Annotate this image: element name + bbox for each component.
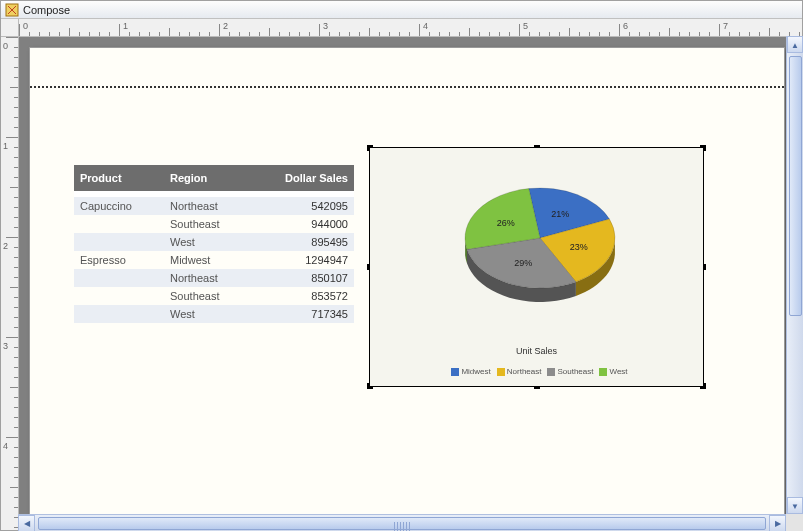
svg-text:26%: 26% [497,218,515,228]
scroll-thumb-vertical[interactable] [789,56,802,316]
ruler-h-label: 5 [523,21,528,31]
table-row[interactable]: Southeast853572 [74,287,354,305]
legend-label: Midwest [461,367,490,376]
cell-region: Northeast [164,268,254,288]
chart-selection[interactable]: 21%23%29%26% Unit Sales MidwestNortheast… [369,147,704,387]
legend-swatch [451,368,459,376]
table-row[interactable]: West717345 [74,305,354,323]
header-region: Region [164,168,254,188]
data-table: Product Region Dollar Sales CapuccinoNor… [74,165,354,323]
svg-text:23%: 23% [570,242,588,252]
pie-chart-svg: 21%23%29%26% [450,168,630,328]
cell-product: Capuccino [74,196,164,216]
chart-title: Unit Sales [370,346,703,356]
cell-product [74,274,164,282]
vertical-ruler[interactable]: 01234 [1,37,19,530]
scroll-right-button[interactable]: ▶ [769,515,786,531]
scroll-left-button[interactable]: ◀ [18,515,35,531]
scroll-up-button[interactable]: ▲ [787,36,803,53]
table-row[interactable]: West895495 [74,233,354,251]
cell-sales: 717345 [254,304,354,324]
legend-label: Southeast [557,367,593,376]
horizontal-ruler[interactable]: 01234567 [19,19,802,37]
scroll-thumb-horizontal[interactable] [38,517,766,530]
page-content: Product Region Dollar Sales CapuccinoNor… [29,47,785,527]
cell-region: West [164,304,254,324]
ruler-v-label: 0 [3,41,8,51]
header-sales: Dollar Sales [254,168,354,188]
cell-sales: 1294947 [254,250,354,270]
legend-swatch [497,368,505,376]
cell-product [74,292,164,300]
cell-region: Midwest [164,250,254,270]
horizontal-ruler-row: 01234567 [1,19,802,37]
ruler-h-label: 2 [223,21,228,31]
cell-product: Espresso [74,250,164,270]
pie-chart[interactable]: 21%23%29%26% Unit Sales MidwestNortheast… [370,148,703,386]
cell-product [74,310,164,318]
ruler-h-label: 7 [723,21,728,31]
cell-sales: 850107 [254,268,354,288]
ruler-h-label: 6 [623,21,628,31]
table-row[interactable]: CapuccinoNortheast542095 [74,197,354,215]
svg-text:21%: 21% [551,209,569,219]
table-body: CapuccinoNortheast542095Southeast944000W… [74,197,354,323]
scroll-down-button[interactable]: ▼ [787,497,803,514]
cell-region: Southeast [164,214,254,234]
cell-sales: 895495 [254,232,354,252]
ruler-h-label: 0 [23,21,28,31]
editor-viewport[interactable]: Product Region Dollar Sales CapuccinoNor… [19,37,802,530]
ruler-h-label: 1 [123,21,128,31]
table-row[interactable]: Northeast850107 [74,269,354,287]
cell-product [74,238,164,246]
cell-product [74,220,164,228]
ruler-v-label: 1 [3,141,8,151]
cell-region: Northeast [164,196,254,216]
table-header: Product Region Dollar Sales [74,165,354,191]
ruler-v-label: 4 [3,441,8,451]
table-row[interactable]: Southeast944000 [74,215,354,233]
legend-swatch [547,368,555,376]
window-title: Compose [23,4,70,16]
cell-region: West [164,232,254,252]
content-row: 01234 Product Region Dollar Sales Capucc… [1,37,802,530]
svg-text:29%: 29% [514,258,532,268]
legend-label: West [609,367,627,376]
app-icon [5,3,19,17]
ruler-v-label: 3 [3,341,8,351]
chart-legend: MidwestNortheastSoutheastWest [370,367,703,376]
cell-region: Southeast [164,286,254,306]
legend-swatch [599,368,607,376]
table-row[interactable]: EspressoMidwest1294947 [74,251,354,269]
ruler-v-label: 2 [3,241,8,251]
legend-label: Northeast [507,367,542,376]
cell-sales: 853572 [254,286,354,306]
title-bar[interactable]: Compose [1,1,802,19]
ruler-h-label: 3 [323,21,328,31]
cell-sales: 944000 [254,214,354,234]
ruler-h-label: 4 [423,21,428,31]
cell-sales: 542095 [254,196,354,216]
header-product: Product [74,168,164,188]
ruler-corner [1,19,19,37]
vertical-scrollbar[interactable]: ▲ ▼ [786,36,803,514]
horizontal-scrollbar[interactable]: ◀ ▶ [18,514,786,531]
scrollbar-corner [786,514,803,531]
compose-window: Compose 01234567 01234 Product Region Do… [0,0,803,531]
